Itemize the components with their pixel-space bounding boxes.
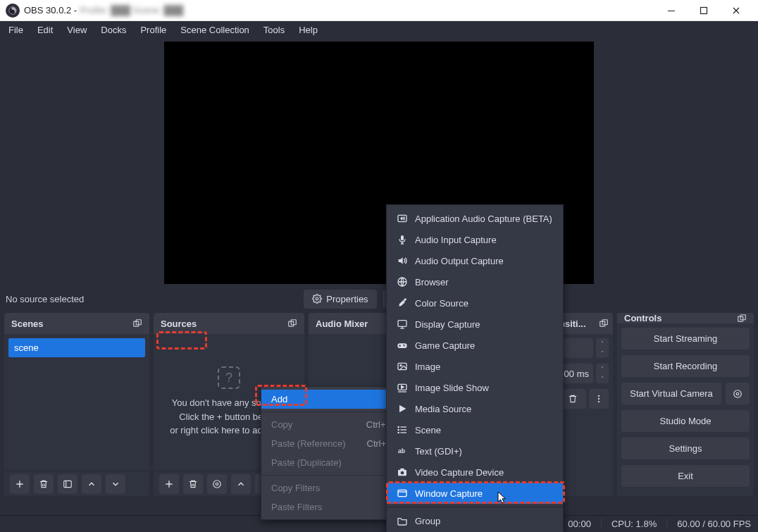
context-paste-filters-item[interactable]: Paste Filters: [261, 497, 402, 516]
context-copy-item[interactable]: Copy Ctrl+C: [261, 415, 402, 434]
transition-menu-button[interactable]: [589, 389, 609, 409]
source-type-label: Text (GDI+): [415, 446, 462, 457]
transition-select[interactable]: [559, 338, 593, 358]
gamepad-icon: [397, 340, 408, 351]
source-type-browser[interactable]: Browser: [387, 271, 563, 292]
svg-rect-3: [701, 7, 707, 13]
menu-tools[interactable]: Tools: [256, 23, 292, 37]
context-copy-label: Copy: [271, 419, 292, 430]
remove-source-button[interactable]: [183, 474, 203, 494]
source-type-text-gdi[interactable]: abText (GDI+): [387, 440, 563, 462]
scene-filter-button[interactable]: [58, 474, 77, 494]
move-scene-down-button[interactable]: [106, 474, 125, 494]
source-type-label: Color Source: [415, 298, 468, 309]
context-add-item[interactable]: Add ▶: [261, 390, 402, 409]
source-type-label: Group: [415, 516, 440, 526]
source-type-group[interactable]: Group: [387, 510, 563, 531]
undock-icon[interactable]: [737, 314, 747, 323]
context-paste-duplicate-item[interactable]: Paste (Duplicate): [261, 453, 402, 472]
source-type-color-source[interactable]: Color Source: [387, 292, 563, 314]
svg-rect-31: [401, 235, 404, 240]
source-type-game-capture[interactable]: Game Capture: [387, 335, 563, 356]
source-type-label: Image Slide Show: [415, 383, 489, 393]
play-icon: [397, 403, 408, 414]
undock-icon[interactable]: [132, 318, 142, 328]
menu-help[interactable]: Help: [292, 23, 325, 37]
transition-duration-spin[interactable]: ˄˅: [596, 364, 609, 383]
menu-edit[interactable]: Edit: [30, 23, 60, 37]
obs-logo-icon: [6, 4, 20, 18]
source-type-media-source[interactable]: Media Source: [387, 398, 563, 419]
source-type-audio-input-capture[interactable]: Audio Input Capture: [387, 229, 563, 250]
menu-docks[interactable]: Docks: [94, 23, 133, 37]
menu-profile[interactable]: Profile: [133, 23, 173, 37]
transition-duration-value: 00 ms: [564, 369, 589, 379]
start-recording-button[interactable]: Start Recording: [621, 355, 750, 377]
scene-item[interactable]: scene: [8, 338, 145, 357]
menu-view[interactable]: View: [60, 23, 94, 37]
scenes-title: Scenes: [11, 318, 44, 329]
source-type-application-audio-capture-beta[interactable]: Application Audio Capture (BETA): [387, 208, 563, 229]
move-scene-up-button[interactable]: [82, 474, 101, 494]
virtual-camera-settings-button[interactable]: [726, 383, 750, 404]
transition-select-spin[interactable]: ˄˅: [596, 338, 609, 358]
source-type-audio-output-capture[interactable]: Audio Output Capture: [387, 250, 563, 271]
svg-point-50: [398, 429, 399, 430]
properties-button[interactable]: Properties: [304, 290, 376, 309]
sources-context-menu: Add ▶ Copy Ctrl+C Paste (Reference) Ctrl…: [261, 386, 403, 520]
start-streaming-button[interactable]: Start Streaming: [621, 328, 750, 349]
source-properties-button[interactable]: [207, 474, 227, 494]
scenes-dock: Scenes scene: [4, 313, 149, 496]
remove-scene-button[interactable]: [34, 474, 54, 494]
source-type-image[interactable]: Image: [387, 356, 563, 377]
svg-text:ab: ab: [398, 447, 405, 454]
studio-mode-button[interactable]: Studio Mode: [621, 410, 750, 432]
source-type-label: Audio Input Capture: [415, 235, 497, 245]
source-type-scene[interactable]: Scene: [387, 419, 563, 440]
svg-rect-2: [668, 11, 675, 11]
source-type-display-capture[interactable]: Display Capture: [387, 314, 563, 335]
window-title: OBS 30.0.2 -: [24, 5, 77, 16]
app-audio-icon: [397, 213, 408, 224]
svg-point-25: [598, 401, 599, 402]
menu-file[interactable]: File: [1, 23, 30, 37]
folder-icon: [397, 515, 408, 526]
source-type-window-capture[interactable]: Window Capture: [387, 483, 563, 504]
source-type-label: Application Audio Capture (BETA): [415, 214, 552, 224]
undock-icon[interactable]: [599, 318, 609, 328]
source-type-video-capture-device[interactable]: Video Capture Device: [387, 462, 563, 483]
transition-duration-input[interactable]: 00 ms: [559, 364, 593, 383]
list-icon: [397, 424, 408, 435]
move-source-up-button[interactable]: [231, 474, 251, 494]
globe-icon: [397, 276, 408, 287]
undock-icon[interactable]: [287, 318, 297, 328]
sources-title: Sources: [161, 318, 197, 329]
svg-rect-56: [398, 490, 406, 496]
context-copy-filters-item[interactable]: Copy Filters: [261, 478, 402, 497]
start-virtual-camera-button[interactable]: Start Virtual Camera: [621, 383, 721, 404]
source-type-image-slide-show[interactable]: Image Slide Show: [387, 377, 563, 398]
window-minimize-button[interactable]: [655, 0, 688, 21]
context-paste-filters-label: Paste Filters: [271, 502, 322, 512]
menu-scene-collection[interactable]: Scene Collection: [173, 23, 256, 37]
settings-button[interactable]: Settings: [621, 438, 750, 459]
svg-point-49: [398, 426, 399, 427]
window-maximize-button[interactable]: [688, 0, 720, 21]
svg-point-4: [316, 297, 319, 300]
svg-point-38: [404, 345, 405, 347]
context-paste-reference-item[interactable]: Paste (Reference) Ctrl+V: [261, 434, 402, 453]
add-source-button[interactable]: [159, 474, 179, 494]
svg-point-18: [213, 480, 221, 488]
properties-label: Properties: [326, 294, 368, 304]
image-icon: [397, 361, 408, 372]
add-scene-button[interactable]: [10, 474, 30, 494]
no-sources-icon: ?: [218, 366, 240, 389]
gear-icon: [312, 294, 322, 304]
context-paste-dup-label: Paste (Duplicate): [271, 457, 342, 468]
svg-point-28: [736, 392, 739, 395]
source-type-label: Window Capture: [415, 488, 483, 499]
speaker-icon: [397, 255, 408, 266]
window-icon: [397, 488, 408, 499]
exit-button[interactable]: Exit: [621, 465, 750, 487]
window-close-button[interactable]: [720, 0, 752, 21]
